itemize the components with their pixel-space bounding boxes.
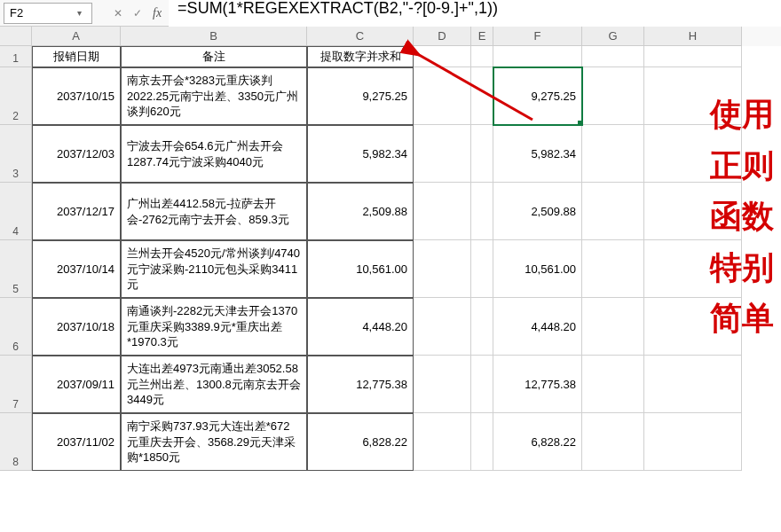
cell-sum[interactable]: 2,509.88 (307, 183, 414, 240)
cell-sum[interactable]: 6,828.22 (307, 413, 414, 471)
cell-G1[interactable] (582, 46, 644, 67)
row-header[interactable]: 7 (0, 356, 32, 413)
row-header[interactable]: 8 (0, 413, 32, 471)
chevron-down-icon[interactable]: ▾ (72, 8, 86, 18)
cell-date[interactable]: 2037/09/11 (32, 356, 121, 413)
cell-date[interactable]: 2037/10/14 (32, 240, 121, 298)
cell-empty[interactable] (471, 298, 493, 356)
cell-A1[interactable]: 报销日期 (32, 46, 121, 67)
cell-result[interactable]: 4,448.20 (493, 298, 582, 356)
row-header[interactable]: 6 (0, 298, 32, 356)
col-header-A[interactable]: A (32, 27, 121, 46)
cell-date[interactable]: 2037/12/03 (32, 125, 121, 183)
formula-buttons: ✕ ✓ fx (110, 5, 162, 21)
cell-empty[interactable] (414, 356, 471, 413)
row-header[interactable]: 3 (0, 125, 32, 183)
cell-note[interactable]: 兰州去开会4520元/常州谈判/4740元宁波采购-2110元包头采购3411元 (121, 240, 307, 298)
row-header-1[interactable]: 1 (0, 46, 32, 67)
cell-date[interactable]: 2037/10/18 (32, 298, 121, 356)
cell-sum[interactable]: 12,775.38 (307, 356, 414, 413)
cell-result[interactable]: 12,775.38 (493, 356, 582, 413)
cell-note[interactable]: 南通谈判-2282元天津去开会1370元重庆采购3389.9元*重庆出差*197… (121, 298, 307, 356)
arrow-annotation (390, 35, 550, 133)
annotation-text: 使用 正则 函数 特别 简单 (710, 89, 774, 344)
formula-bar-row: F2 ▾ ✕ ✓ fx =SUM(1*REGEXEXTRACT(B2,"-?[0… (0, 0, 781, 27)
name-box-ref: F2 (10, 6, 72, 20)
table-row: 82037/11/02南宁采购737.93元大连出差*672元重庆去开会、356… (0, 413, 781, 471)
cell-empty[interactable] (471, 183, 493, 240)
annotation-line-4: 特别 (710, 242, 774, 293)
cell-note[interactable]: 南宁采购737.93元大连出差*672元重庆去开会、3568.29元天津采购*1… (121, 413, 307, 471)
cell-empty[interactable] (471, 240, 493, 298)
annotation-line-3: 函数 (710, 191, 774, 242)
cell-result[interactable]: 5,982.34 (493, 125, 582, 183)
cell-empty[interactable] (582, 356, 644, 413)
table-row: 42037/12/17广州出差4412.58元-拉萨去开会-2762元南宁去开会… (0, 183, 781, 240)
cell-H1[interactable] (644, 46, 742, 67)
cell-empty[interactable] (471, 125, 493, 183)
cell-note[interactable]: 南京去开会*3283元重庆谈判2022.25元南宁出差、3350元广州谈判620… (121, 67, 307, 125)
name-box[interactable]: F2 ▾ (4, 3, 92, 24)
cell-empty[interactable] (582, 125, 644, 183)
annotation-line-2: 正则 (710, 140, 774, 192)
cell-empty[interactable] (644, 413, 742, 471)
fx-icon[interactable]: fx (153, 6, 162, 20)
cell-empty[interactable] (644, 356, 742, 413)
cell-result[interactable]: 6,828.22 (493, 413, 582, 471)
cell-empty[interactable] (582, 413, 644, 471)
svg-line-0 (408, 49, 532, 120)
cell-date[interactable]: 2037/10/15 (32, 67, 121, 125)
confirm-icon[interactable]: ✓ (130, 5, 146, 21)
cell-empty[interactable] (414, 240, 471, 298)
annotation-line-1: 使用 (710, 89, 774, 140)
cell-B1[interactable]: 备注 (121, 46, 307, 67)
row-header[interactable]: 2 (0, 67, 32, 125)
cell-empty[interactable] (414, 183, 471, 240)
cell-empty[interactable] (414, 298, 471, 356)
cell-date[interactable]: 2037/11/02 (32, 413, 121, 471)
table-row: 72037/09/11大连出差4973元南通出差3052.58元兰州出差、130… (0, 356, 781, 413)
cell-note[interactable]: 宁波去开会654.6元广州去开会1287.74元宁波采购4040元 (121, 125, 307, 183)
col-header-G[interactable]: G (582, 27, 644, 46)
col-header-B[interactable]: B (121, 27, 307, 46)
cell-sum[interactable]: 4,448.20 (307, 298, 414, 356)
table-row: 52037/10/14兰州去开会4520元/常州谈判/4740元宁波采购-211… (0, 240, 781, 298)
cell-empty[interactable] (471, 356, 493, 413)
cell-note[interactable]: 广州出差4412.58元-拉萨去开会-2762元南宁去开会、859.3元 (121, 183, 307, 240)
table-row: 32037/12/03宁波去开会654.6元广州去开会1287.74元宁波采购4… (0, 125, 781, 183)
cell-empty[interactable] (414, 125, 471, 183)
cell-empty[interactable] (582, 240, 644, 298)
cell-note[interactable]: 大连出差4973元南通出差3052.58元兰州出差、1300.8元南京去开会34… (121, 356, 307, 413)
cell-empty[interactable] (582, 67, 644, 125)
cell-empty[interactable] (471, 413, 493, 471)
cell-empty[interactable] (414, 413, 471, 471)
cell-date[interactable]: 2037/12/17 (32, 183, 121, 240)
cell-result[interactable]: 2,509.88 (493, 183, 582, 240)
col-header-H[interactable]: H (644, 27, 742, 46)
table-row: 62037/10/18南通谈判-2282元天津去开会1370元重庆采购3389.… (0, 298, 781, 356)
select-all-corner[interactable] (0, 27, 32, 46)
row-header[interactable]: 5 (0, 240, 32, 298)
annotation-line-5: 简单 (710, 293, 774, 344)
cell-result[interactable]: 10,561.00 (493, 240, 582, 298)
cell-sum[interactable]: 5,982.34 (307, 125, 414, 183)
row-header[interactable]: 4 (0, 183, 32, 240)
cell-empty[interactable] (582, 183, 644, 240)
cell-empty[interactable] (582, 298, 644, 356)
cancel-icon[interactable]: ✕ (110, 5, 126, 21)
cell-sum[interactable]: 10,561.00 (307, 240, 414, 298)
